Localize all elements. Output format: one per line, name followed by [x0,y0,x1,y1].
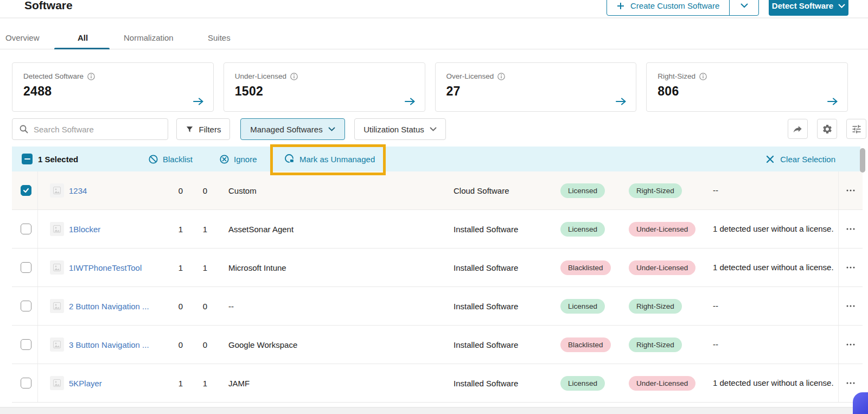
stat-card-value: 806 [658,84,837,99]
arrow-right-icon[interactable] [827,98,838,105]
info-icon [699,73,707,80]
software-name-link[interactable]: 2 Button Navigation ... [69,302,149,311]
select-all-checkbox-indeterminate[interactable] [22,154,33,164]
software-name-link[interactable]: 1234 [69,186,87,195]
mark-as-unmanaged-label: Mark as Unmanaged [299,155,375,164]
software-name-link[interactable]: 1Blocker [69,225,100,234]
software-name-cell: 1Blocker [38,210,168,248]
filters-button[interactable]: Filters [176,118,230,140]
software-name-cell: 3 Button Navigation ... [38,326,168,364]
license-count-cell: 0 [168,287,193,325]
arrow-right-icon[interactable] [616,98,626,105]
blacklist-action[interactable]: Blacklist [148,154,193,164]
row-menu-button[interactable] [838,326,863,364]
license-status-cell: Licensed [552,210,621,248]
software-name-cell: 2 Button Navigation ... [38,287,168,325]
row-checkbox[interactable] [21,262,31,273]
tab-normalization[interactable]: Normalization [124,33,174,42]
close-x-icon [766,155,774,163]
mark-as-unmanaged-action[interactable]: Mark as Unmanaged [284,154,375,164]
utilization-status-filter[interactable]: Utilization Status [354,118,446,140]
note-cell: 1 detected user without a license. [704,210,838,248]
clear-selection-action[interactable]: Clear Selection [766,155,835,164]
sizing-status-cell: Under-Licensed [621,249,704,286]
ignore-icon [219,154,229,164]
ignore-action[interactable]: Ignore [219,154,257,164]
selection-action-bar: 1 Selected Blacklist Ignore Mark as Unma… [12,147,860,171]
search-box[interactable] [12,118,168,140]
software-type-cell: Cloud Software [449,171,552,209]
app-image-placeholder-icon [50,337,64,352]
app-image-placeholder-icon [50,260,64,275]
stat-card-value: 1502 [235,84,414,99]
license-status-cell: Blacklisted [552,326,621,364]
blacklist-icon [148,154,158,164]
arrow-right-icon[interactable] [405,98,415,105]
create-custom-software-button[interactable]: Create Custom Software [607,0,729,15]
sizing-status-badge: Right-Sized [629,183,682,198]
tab-suites[interactable]: Suites [208,33,231,42]
unmanaged-icon [284,154,295,164]
license-status-badge: Blacklisted [560,337,611,352]
app-image-placeholder-icon [50,376,64,390]
row-checkbox[interactable] [21,378,31,388]
tab-overview[interactable]: Overview [5,33,40,42]
stat-card-detected-software[interactable]: Detected Software 2488 [12,62,214,112]
row-menu-button[interactable] [838,249,863,286]
stat-card-right-sized[interactable]: Right-Sized 806 [646,62,848,112]
search-input[interactable] [34,125,161,134]
license-status-badge: Licensed [560,376,605,391]
managed-softwares-filter[interactable]: Managed Softwares [240,118,345,140]
stat-card-label: Detected Software [23,72,84,80]
export-share-button[interactable] [788,119,808,139]
software-name-cell: 1234 [38,171,168,209]
stat-card-under-licensed[interactable]: Under-Licensed 1502 [224,62,425,112]
create-custom-software-split-button[interactable]: Create Custom Software [607,0,759,16]
vertical-scrollbar-thumb[interactable] [860,148,865,173]
sizing-status-cell: Under-Licensed [621,210,704,248]
tune-sliders-icon [851,124,862,135]
row-menu-button[interactable] [838,287,863,325]
normalized-name-cell: AssetSonar Agent [217,210,449,248]
row-checkbox-cell [12,210,38,248]
managed-softwares-label: Managed Softwares [250,125,322,134]
app-image-placeholder-icon [50,222,64,236]
detect-software-label: Detect Software [772,1,833,10]
table-row: 1Blocker11AssetSonar AgentInstalled Soft… [12,210,863,249]
create-custom-software-label: Create Custom Software [630,1,719,10]
normalized-name-cell: Google Workspace [217,326,449,364]
row-checkbox[interactable] [21,301,31,311]
row-menu-button[interactable] [838,210,863,248]
tab-bar: Overview All Normalization Suites [0,29,868,49]
sizing-status-cell: Right-Sized [621,287,704,325]
create-custom-software-dropdown-button[interactable] [729,0,758,15]
search-icon [20,125,28,133]
row-checkbox-checked[interactable] [21,185,31,196]
stat-card-over-licensed[interactable]: Over-Licensed 27 [435,62,637,112]
software-type-cell: Installed Software [449,249,552,286]
row-menu-button[interactable] [838,171,863,209]
sizing-status-cell: Right-Sized [621,171,704,209]
filters-label: Filters [199,125,221,134]
stat-card-value: 2488 [23,84,202,99]
license-count-cell: 0 [168,171,193,209]
software-name-link[interactable]: 3 Button Navigation ... [69,340,149,349]
software-name-link[interactable]: 5KPlayer [69,379,102,388]
software-name-link[interactable]: 1IWTPhoneTestTool [69,263,142,272]
column-settings-button[interactable] [846,119,866,139]
license-status-badge: Licensed [560,299,605,314]
license-status-badge: Blacklisted [560,260,611,275]
tab-all[interactable]: All [78,33,88,42]
stat-card-value: 27 [446,84,626,99]
detect-software-button[interactable]: Detect Software [769,0,848,16]
header-divider [0,17,868,18]
settings-button[interactable] [817,119,837,139]
horizontal-scrollbar-track[interactable] [0,407,868,414]
arrow-right-icon[interactable] [193,98,203,105]
chat-help-widget-button[interactable] [853,392,868,414]
license-count-cell: 0 [168,326,193,364]
user-count-cell: 1 [193,364,217,402]
selected-count: 1 Selected [38,155,78,164]
row-checkbox[interactable] [21,224,31,234]
row-checkbox[interactable] [21,339,31,350]
